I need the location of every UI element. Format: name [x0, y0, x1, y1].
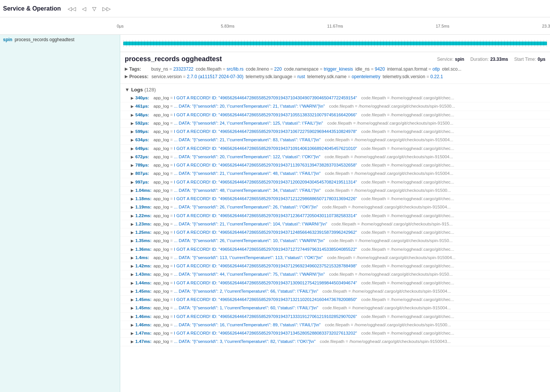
toolbar: Service & Operation ◁◁ ◁ ▽ ▷▷: [0, 0, 550, 17]
log-row[interactable]: ▶ 789μs: app_log = I GOT A RECORD! ID: "…: [120, 161, 550, 170]
log-toggle-icon[interactable]: ▶: [131, 322, 134, 328]
nav-forward-forward-button[interactable]: ▷▷: [100, 4, 113, 13]
log-row[interactable]: ▶ 1.45ms: app_log = ... DATA: "{\"sensor…: [120, 304, 550, 312]
log-toggle-icon[interactable]: ▶: [131, 196, 134, 202]
log-toggle-icon[interactable]: ▶: [131, 120, 134, 126]
log-toggle-icon[interactable]: ▶: [131, 255, 134, 261]
log-time: 1.25ms:: [135, 229, 153, 236]
log-row[interactable]: ▶ 672μs: app_log = ... DATA: "{\"sensorI…: [120, 153, 550, 161]
log-toggle-icon[interactable]: ▶: [131, 230, 134, 235]
service-value: spin: [455, 57, 465, 62]
log-toggle-icon[interactable]: ▶: [131, 129, 134, 134]
log-content: app_log = I GOT A RECORD! ID: "496562644…: [153, 263, 545, 269]
log-row[interactable]: ▶ 1.46ms: app_log = I GOT A RECORD! ID: …: [120, 313, 550, 321]
log-row[interactable]: ▶ 1.25ms: app_log = I GOT A RECORD! ID: …: [120, 228, 550, 237]
log-toggle-icon[interactable]: ▶: [131, 112, 134, 118]
log-row[interactable]: ▶ 1.47ms: app_log = ... DATA: "{\"sensor…: [120, 338, 550, 346]
log-time: 807μs:: [135, 170, 153, 177]
log-row[interactable]: ▶ 649μs: app_log = I GOT A RECORD! ID: "…: [120, 145, 550, 153]
log-row[interactable]: ▶ 1.47ms: app_log = I GOT A RECORD! ID: …: [120, 329, 550, 338]
log-toggle-icon[interactable]: ▶: [131, 204, 134, 210]
nav-back-back-button[interactable]: ◁◁: [65, 4, 78, 13]
app-container: Service & Operation ◁◁ ◁ ▽ ▷▷ 0μs 5.83ms…: [0, 0, 550, 392]
log-toggle-icon[interactable]: ▶: [131, 238, 134, 244]
log-row[interactable]: ▶ 1.45ms: app_log = ... DATA: "{\"sensor…: [120, 287, 550, 296]
log-content: app_log = ... DATA: "{\"sensorId\": 20, …: [153, 103, 545, 110]
logs-header[interactable]: ▼ Logs (128): [120, 85, 550, 94]
log-row[interactable]: ▶ 807μs: app_log = ... DATA: "{\"sensorI…: [120, 170, 550, 178]
log-toggle-icon[interactable]: ▶: [131, 213, 134, 219]
log-time: 1.4ms:: [135, 255, 153, 261]
span-service-meta: Service: spin: [437, 57, 464, 62]
log-row[interactable]: ▶ 1.04ms: app_log = ... DATA: "{\"sensor…: [120, 187, 550, 195]
log-toggle-icon[interactable]: ▶: [131, 272, 134, 277]
log-time: 1.36ms:: [135, 246, 153, 253]
log-toggle-icon[interactable]: ▶: [131, 162, 134, 168]
log-row[interactable]: ▶ 1.18ms: app_log = I GOT A RECORD! ID: …: [120, 195, 550, 203]
log-row[interactable]: ▶ 548μs: app_log = I GOT A RECORD! ID: "…: [120, 111, 550, 119]
log-row[interactable]: ▶ 1.42ms: app_log = I GOT A RECORD! ID: …: [120, 262, 550, 270]
log-toggle-icon[interactable]: ▶: [131, 146, 134, 151]
log-time: 1.47ms:: [135, 330, 153, 336]
log-toggle-icon[interactable]: ▶: [131, 305, 134, 311]
span-title: process_records oggheadtest: [125, 55, 222, 63]
log-content: app_log = I GOT A RECORD! ID: "496562644…: [153, 313, 545, 320]
log-toggle-icon[interactable]: ▶: [131, 221, 134, 227]
log-row[interactable]: ▶ 997μs: app_log = I GOT A RECORD! ID: "…: [120, 178, 550, 187]
log-content: app_log = I GOT A RECORD! ID: "496562644…: [153, 128, 545, 135]
log-toggle-icon[interactable]: ▶: [131, 289, 134, 294]
log-toggle-icon[interactable]: ▶: [131, 314, 134, 319]
log-toggle-icon[interactable]: ▶: [131, 247, 134, 252]
log-time: 1.35ms:: [135, 238, 153, 244]
log-content: app_log = ... DATA: "{\"sensorId\": 16, …: [153, 322, 545, 328]
log-row[interactable]: ▶ 634μs: app_log = ... DATA: "{\"sensorI…: [120, 136, 550, 144]
log-content: app_log = ... DATA: "{\"sensorId\": 21, …: [153, 170, 545, 177]
app-title: Service & Operation: [3, 5, 61, 12]
tag-otel-sco: otel.sco...: [442, 66, 461, 72]
log-toggle-icon[interactable]: ▶: [131, 280, 134, 286]
tick-4: 23.33ms: [542, 24, 550, 28]
log-toggle-icon[interactable]: ▶: [131, 171, 134, 176]
log-row[interactable]: ▶ 461μs: app_log = ... DATA: "{\"sensorI…: [120, 102, 550, 111]
log-row[interactable]: ▶ 1.43ms: app_log = ... DATA: "{\"sensor…: [120, 270, 550, 279]
tag-code-filepath: code.filepath = src/lib.rs: [196, 66, 243, 72]
log-row[interactable]: ▶ 340μs: app_log = I GOT A RECORD! ID: "…: [120, 94, 550, 102]
log-toggle-icon[interactable]: ▶: [131, 339, 134, 344]
log-row[interactable]: ▶ 599μs: app_log = I GOT A RECORD! ID: "…: [120, 128, 550, 136]
sidebar-item-spin[interactable]: spin process_records oggheadtest: [0, 35, 120, 45]
nav-back-button[interactable]: ◁: [80, 4, 88, 13]
duration-value: 23.33ms: [490, 57, 508, 62]
log-row[interactable]: ▶ 1.19ms: app_log = ... DATA: "{\"sensor…: [120, 203, 550, 211]
nav-down-button[interactable]: ▽: [90, 4, 99, 13]
log-content: app_log = ... DATA: "{\"sensorId\": 44, …: [153, 271, 545, 278]
log-toggle-icon[interactable]: ▶: [131, 297, 134, 302]
log-toggle-icon[interactable]: ▶: [131, 330, 134, 336]
process-toggle-icon[interactable]: ▶: [125, 74, 128, 79]
log-row[interactable]: ▶ 1.23ms: app_log = ... DATA: "{\"sensor…: [120, 220, 550, 228]
log-toggle-icon[interactable]: ▶: [131, 263, 134, 269]
log-row[interactable]: ▶ 1.4ms: app_log = ... DATA: "{\"sensorI…: [120, 254, 550, 262]
log-row[interactable]: ▶ 1.46ms: app_log = ... DATA: "{\"sensor…: [120, 321, 550, 329]
log-toggle-icon[interactable]: ▶: [131, 179, 134, 185]
log-content: app_log = ... DATA: "{\"sensorId\": 48, …: [153, 187, 545, 194]
log-toggle-icon[interactable]: ▶: [131, 188, 134, 193]
log-row[interactable]: ▶ 1.35ms: app_log = ... DATA: "{\"sensor…: [120, 237, 550, 245]
log-row[interactable]: ▶ 1.22ms: app_log = I GOT A RECORD! ID: …: [120, 212, 550, 220]
tag-service-version: service.version = 2.7.0 (a111517 2024-07…: [152, 74, 243, 79]
log-toggle-icon[interactable]: ▶: [131, 103, 134, 109]
log-entries-container: ▶ 340μs: app_log = I GOT A RECORD! ID: "…: [120, 94, 550, 346]
log-row[interactable]: ▶ 1.45ms: app_log = I GOT A RECORD! ID: …: [120, 296, 550, 304]
timeline-header: 0μs 5.83ms 11.67ms 17.5ms 23.33ms: [0, 17, 550, 35]
span-detail: process_records oggheadtest Service: spi…: [120, 52, 550, 84]
log-toggle-icon[interactable]: ▶: [131, 137, 134, 143]
log-toggle-icon[interactable]: ▶: [131, 95, 134, 101]
log-row[interactable]: ▶ 592μs: app_log = ... DATA: "{\"sensorI…: [120, 119, 550, 128]
tick-0: 0μs: [117, 24, 124, 28]
log-row[interactable]: ▶ 1.44ms: app_log = I GOT A RECORD! ID: …: [120, 279, 550, 287]
log-content: app_log = I GOT A RECORD! ID: "496562644…: [153, 246, 545, 253]
span-detail-header: process_records oggheadtest Service: spi…: [125, 55, 545, 63]
log-toggle-icon[interactable]: ▶: [131, 154, 134, 160]
log-time: 1.45ms:: [135, 305, 153, 311]
log-row[interactable]: ▶ 1.36ms: app_log = I GOT A RECORD! ID: …: [120, 245, 550, 254]
tags-toggle-icon[interactable]: ▶: [125, 66, 128, 71]
